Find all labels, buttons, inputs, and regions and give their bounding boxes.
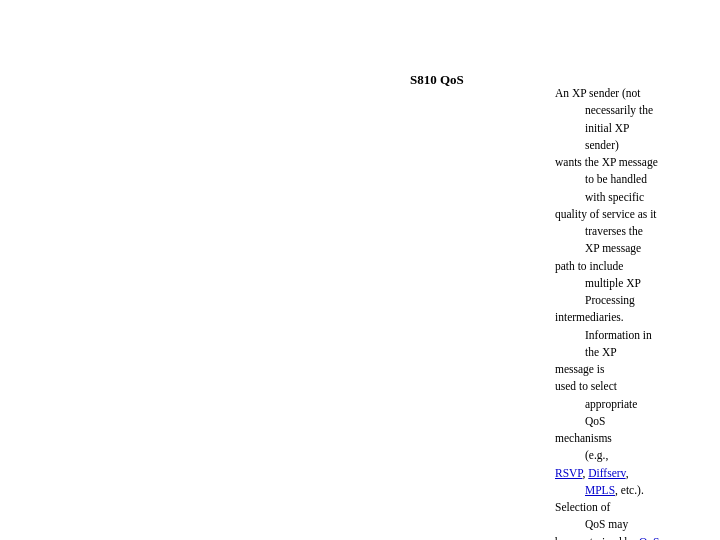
content-block: An XP sender (not necessarily the initia… xyxy=(555,85,700,540)
used-to-select-line: used to select xyxy=(555,378,700,395)
the-xp-line: the XP xyxy=(555,344,700,361)
diffserv-link[interactable]: Diffserv xyxy=(588,467,625,479)
section-title: S810 QoS xyxy=(410,72,464,88)
traverses-line: traverses the xyxy=(555,223,700,240)
xp-message-line: XP message xyxy=(555,240,700,257)
intro-line1: An XP sender (not xyxy=(555,87,641,99)
message-is-line: message is xyxy=(555,361,700,378)
multiple-xp-line: multiple XP xyxy=(555,275,700,292)
information-line: Information in xyxy=(555,327,700,344)
qos-line: QoS xyxy=(555,413,700,430)
mechanisms-line: mechanisms xyxy=(555,430,700,447)
rsvp-link[interactable]: RSVP xyxy=(555,467,583,479)
eg-line: (e.g., xyxy=(555,447,700,464)
mpls-line: MPLS, etc.). xyxy=(555,482,700,499)
path-line: path to include xyxy=(555,258,700,275)
to-be-handled: to be handled xyxy=(555,171,700,188)
qos-may-line: QoS may xyxy=(555,516,700,533)
processing-line: Processing xyxy=(555,292,700,309)
mpls-link[interactable]: MPLS xyxy=(585,484,615,496)
quality-line: quality of service as it xyxy=(555,206,700,223)
intro-line4: sender) xyxy=(555,137,700,154)
intermediaries-line: intermediaries. xyxy=(555,309,700,326)
with-specific: with specific xyxy=(555,189,700,206)
intro-line2: necessarily the xyxy=(555,102,700,119)
selection-line: Selection of xyxy=(555,499,700,516)
rsvp-line: RSVP, Diffserv, xyxy=(555,465,700,482)
wants-line: wants the XP message xyxy=(555,154,700,171)
page-container: S810 QoS An XP sender (not necessarily t… xyxy=(0,0,720,540)
qos-policies-link[interactable]: QoS xyxy=(639,536,659,541)
intro-line3: initial XP xyxy=(555,120,700,137)
appropriate-line: appropriate xyxy=(555,396,700,413)
be-constrained-line: be constrained by QoS xyxy=(555,534,700,541)
